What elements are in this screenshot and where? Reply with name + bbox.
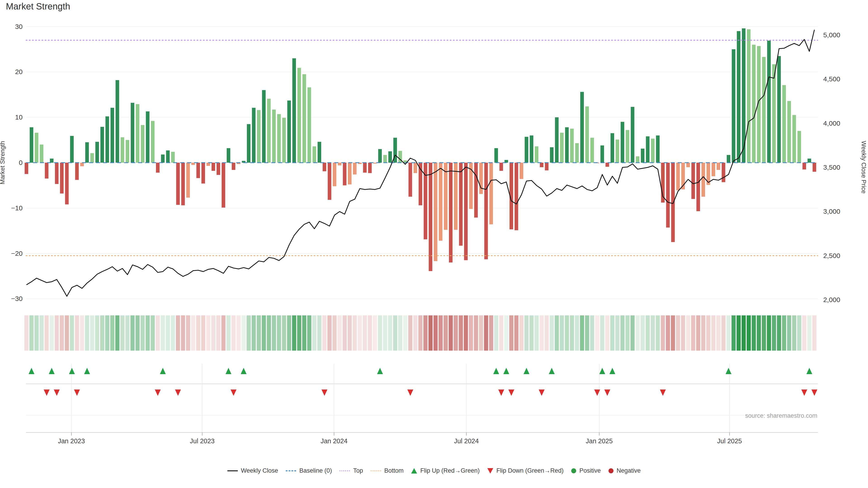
chart-legend: Weekly Close Baseline (0) Top Bottom Fli… bbox=[0, 467, 868, 474]
strength-bar-positive bbox=[116, 80, 119, 163]
legend-item-weekly-close[interactable]: Weekly Close bbox=[227, 467, 278, 474]
heatmap-cell bbox=[262, 315, 266, 351]
flip-down-marker bbox=[230, 390, 237, 396]
flip-up-marker bbox=[806, 368, 812, 374]
heatmap-cell bbox=[550, 315, 554, 351]
legend-item-top[interactable]: Top bbox=[340, 467, 363, 474]
heatmap-cell bbox=[625, 315, 629, 351]
strength-bar-positive bbox=[247, 124, 250, 163]
strength-bar-positive bbox=[252, 108, 256, 163]
flip-up-marker bbox=[493, 368, 499, 374]
strength-bar-negative bbox=[459, 163, 463, 246]
heatmap-cell bbox=[29, 315, 33, 351]
heatmap-cell bbox=[191, 315, 195, 351]
heatmap-cell bbox=[555, 315, 559, 351]
legend-item-negative[interactable]: Negative bbox=[609, 467, 641, 474]
heatmap-cell bbox=[474, 315, 478, 351]
heatmap-cell bbox=[90, 315, 94, 351]
strength-bar-negative bbox=[232, 163, 235, 170]
heatmap-cell bbox=[257, 315, 261, 351]
heatmap-cell bbox=[630, 315, 634, 351]
strength-bar-negative bbox=[686, 163, 690, 167]
source-label: source: sharemaestro.com bbox=[745, 412, 817, 419]
heatmap-cell bbox=[499, 315, 503, 351]
chart-canvas[interactable]: 3020100−10−20−305,0004,5004,0003,5003,00… bbox=[0, 0, 868, 488]
strength-bar-negative bbox=[353, 163, 356, 174]
heatmap-cell bbox=[711, 315, 715, 351]
heatmap-cell bbox=[297, 315, 301, 351]
strength-bar-positive bbox=[277, 114, 281, 163]
flip-down-marker bbox=[74, 390, 80, 396]
heatmap-cell bbox=[312, 315, 316, 351]
heatmap-cell bbox=[237, 315, 241, 351]
heatmap-cell bbox=[272, 315, 276, 351]
flip-up-marker bbox=[241, 368, 247, 374]
strength-bar-positive bbox=[388, 151, 392, 163]
flip-down-marker bbox=[43, 390, 50, 396]
heatmap-cell bbox=[726, 315, 731, 351]
legend-item-flip-down[interactable]: Flip Down (Green→Red) bbox=[487, 467, 563, 474]
heatmap-cell bbox=[459, 315, 463, 351]
flip-down-marker bbox=[155, 390, 161, 396]
strength-bar-negative bbox=[489, 163, 493, 224]
strength-bar-positive bbox=[287, 101, 291, 163]
flip-down-marker bbox=[321, 390, 327, 396]
strength-bar-positive bbox=[100, 127, 104, 163]
heatmap-cell bbox=[479, 315, 483, 351]
strength-bar-positive bbox=[318, 142, 321, 163]
heatmap-cell bbox=[802, 315, 806, 351]
flip-down-marker bbox=[407, 390, 413, 396]
strength-bar-positive bbox=[85, 142, 89, 163]
legend-item-bottom[interactable]: Bottom bbox=[371, 467, 404, 474]
strength-bar-positive bbox=[636, 156, 640, 163]
strength-bar-positive bbox=[166, 151, 170, 163]
heatmap-cell bbox=[388, 315, 392, 351]
heatmap-cell bbox=[767, 315, 771, 351]
y-left-tick-label: −30 bbox=[11, 295, 23, 302]
heatmap-cell bbox=[757, 315, 761, 351]
flip-up-marker bbox=[29, 368, 34, 374]
heatmap-cell bbox=[691, 315, 695, 351]
flip-up-marker bbox=[610, 368, 615, 374]
strength-bar-positive bbox=[747, 29, 750, 163]
x-axis-tick-label: Jul 2023 bbox=[190, 437, 215, 445]
flip-up-marker bbox=[225, 368, 231, 374]
heatmap-cell bbox=[504, 315, 508, 351]
strength-bar-negative bbox=[363, 163, 367, 173]
heatmap-cell bbox=[75, 315, 79, 351]
strength-bar-negative bbox=[212, 163, 215, 171]
heatmap-cell bbox=[454, 315, 458, 351]
strength-bar-positive bbox=[50, 159, 54, 163]
heatmap-cell bbox=[600, 315, 604, 351]
legend-label: Flip Down (Green→Red) bbox=[496, 467, 563, 474]
strength-bar-negative bbox=[202, 163, 205, 184]
strength-bar-positive bbox=[105, 116, 109, 163]
heatmap-cell bbox=[792, 315, 796, 351]
heatmap-cell bbox=[807, 315, 811, 351]
strength-bar-negative bbox=[464, 163, 468, 260]
heatmap-cell bbox=[676, 315, 680, 351]
heatmap-cell bbox=[752, 315, 756, 351]
strength-bar-positive bbox=[111, 108, 114, 163]
strength-bar-positive bbox=[535, 147, 538, 163]
legend-item-positive[interactable]: Positive bbox=[571, 467, 601, 474]
heatmap-cell bbox=[418, 315, 423, 351]
heatmap-cell bbox=[338, 315, 342, 351]
heatmap-cell bbox=[797, 315, 801, 351]
heatmap-cell bbox=[146, 315, 150, 351]
heatmap-cell bbox=[469, 315, 473, 351]
heatmap-cell bbox=[545, 315, 549, 351]
legend-item-flip-up[interactable]: Flip Up (Red→Green) bbox=[411, 467, 480, 474]
strength-bar-negative bbox=[221, 163, 225, 207]
heatmap-cell bbox=[70, 315, 74, 351]
strength-bar-positive bbox=[580, 92, 584, 163]
strength-bar-positive bbox=[787, 101, 791, 163]
strength-bar-negative bbox=[45, 163, 49, 178]
x-axis-tick-label: Jan 2023 bbox=[58, 437, 85, 445]
heatmap-cell bbox=[742, 315, 746, 351]
y-right-tick-label: 5,000 bbox=[823, 31, 840, 39]
legend-item-baseline[interactable]: Baseline (0) bbox=[286, 467, 332, 474]
strength-bar-positive bbox=[146, 111, 149, 163]
heatmap-cell bbox=[449, 315, 453, 351]
heatmap-cell bbox=[141, 315, 145, 351]
